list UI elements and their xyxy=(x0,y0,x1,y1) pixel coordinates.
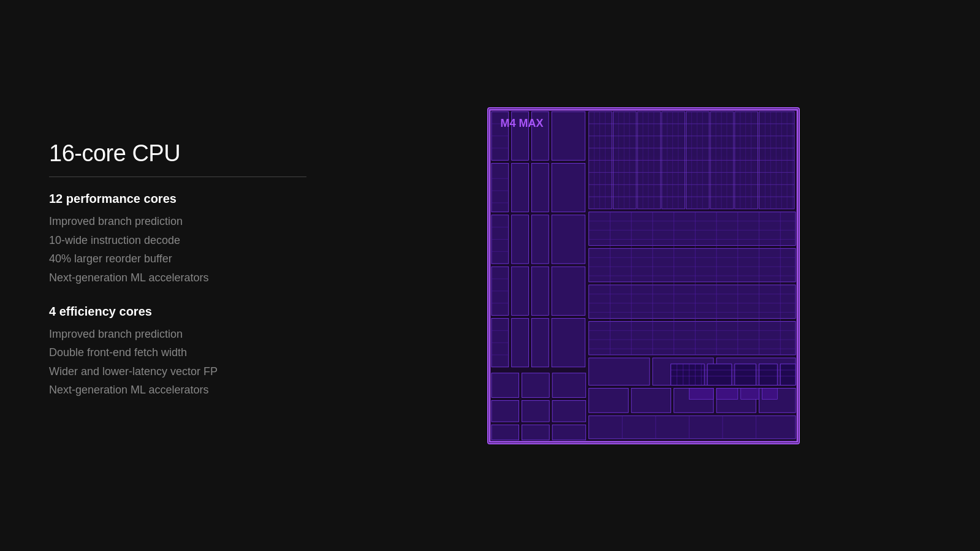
svg-rect-119 xyxy=(740,388,759,399)
svg-rect-109 xyxy=(588,357,649,385)
left-panel: 16-core CPU 12 performance cores Improve… xyxy=(49,134,306,417)
svg-rect-134 xyxy=(780,363,796,385)
chip-diagram: M4 MAX xyxy=(487,107,800,444)
svg-rect-64 xyxy=(511,163,528,211)
svg-rect-73 xyxy=(552,112,585,160)
perf-item-3: 40% larger reorder buffer xyxy=(49,249,306,268)
svg-rect-121 xyxy=(588,416,795,439)
right-panel: M4 MAX xyxy=(355,107,931,444)
svg-rect-78 xyxy=(588,211,795,245)
eff-item-2: Double front-end fetch width xyxy=(49,343,306,362)
perf-item-2: 10-wide instruction decode xyxy=(49,231,306,250)
svg-rect-79 xyxy=(588,248,795,282)
chip-diagram-svg xyxy=(488,108,799,443)
svg-rect-105 xyxy=(552,373,586,397)
svg-rect-120 xyxy=(762,388,777,399)
svg-rect-71 xyxy=(531,267,549,315)
svg-rect-107 xyxy=(522,400,549,422)
eff-item-3: Wider and lower-latency vector FP xyxy=(49,362,306,381)
svg-rect-66 xyxy=(511,267,528,315)
svg-rect-70 xyxy=(531,215,549,263)
svg-rect-112 xyxy=(588,388,628,412)
svg-rect-103 xyxy=(491,373,518,397)
cpu-title: 16-core CPU xyxy=(49,140,306,167)
performance-cores-heading: 12 performance cores xyxy=(49,192,306,206)
efficiency-cores-heading: 4 efficiency cores xyxy=(49,305,306,319)
svg-rect-65 xyxy=(511,215,528,263)
eff-item-4: Next-generation ML accelerators xyxy=(49,381,306,400)
svg-rect-108 xyxy=(552,400,586,422)
efficiency-cores-section: 4 efficiency cores Improved branch predi… xyxy=(49,305,306,400)
performance-cores-section: 12 performance cores Improved branch pre… xyxy=(49,192,306,287)
svg-rect-132 xyxy=(734,363,756,385)
svg-rect-67 xyxy=(511,318,528,367)
svg-rect-77 xyxy=(552,318,585,367)
svg-rect-44 xyxy=(491,163,508,211)
svg-rect-72 xyxy=(531,318,549,367)
svg-rect-128 xyxy=(522,425,549,440)
svg-rect-133 xyxy=(759,363,777,385)
svg-rect-117 xyxy=(689,388,713,399)
svg-rect-75 xyxy=(552,215,585,263)
svg-rect-80 xyxy=(588,284,795,318)
svg-rect-118 xyxy=(716,388,738,399)
svg-rect-130 xyxy=(670,363,704,385)
perf-item-1: Improved branch prediction xyxy=(49,212,306,231)
divider xyxy=(49,177,306,177)
svg-rect-74 xyxy=(552,163,585,211)
chip-label: M4 MAX xyxy=(497,117,544,130)
svg-rect-81 xyxy=(588,321,795,355)
chip-name: M4 MAX xyxy=(501,117,544,130)
content-wrapper: 16-core CPU 12 performance cores Improve… xyxy=(0,0,980,551)
svg-rect-106 xyxy=(491,400,518,422)
perf-item-4: Next-generation ML accelerators xyxy=(49,268,306,287)
svg-rect-131 xyxy=(707,363,732,385)
svg-rect-129 xyxy=(552,425,586,440)
svg-rect-69 xyxy=(531,163,549,211)
svg-rect-76 xyxy=(552,267,585,315)
svg-rect-104 xyxy=(522,373,549,397)
svg-rect-127 xyxy=(491,425,518,440)
eff-item-1: Improved branch prediction xyxy=(49,325,306,344)
svg-rect-113 xyxy=(631,388,670,412)
